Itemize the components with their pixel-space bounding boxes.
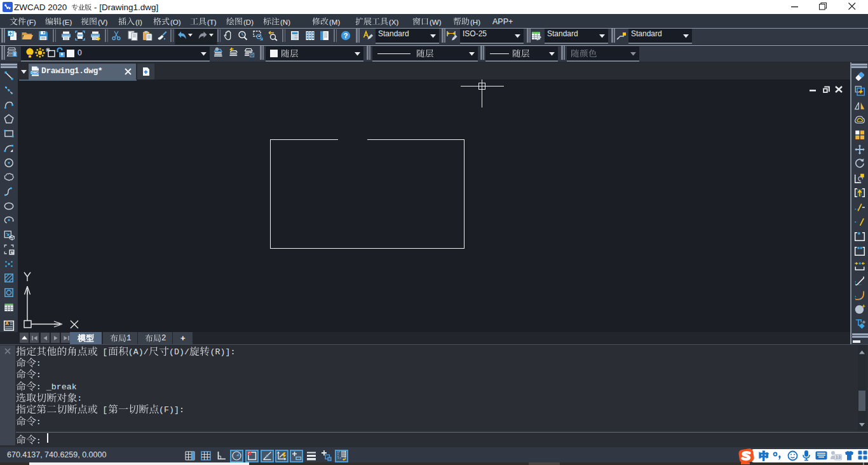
svg-text:13: 13	[836, 454, 841, 460]
svg-text:?: ?	[343, 32, 348, 39]
svg-text:DWG: DWG	[31, 71, 39, 74]
